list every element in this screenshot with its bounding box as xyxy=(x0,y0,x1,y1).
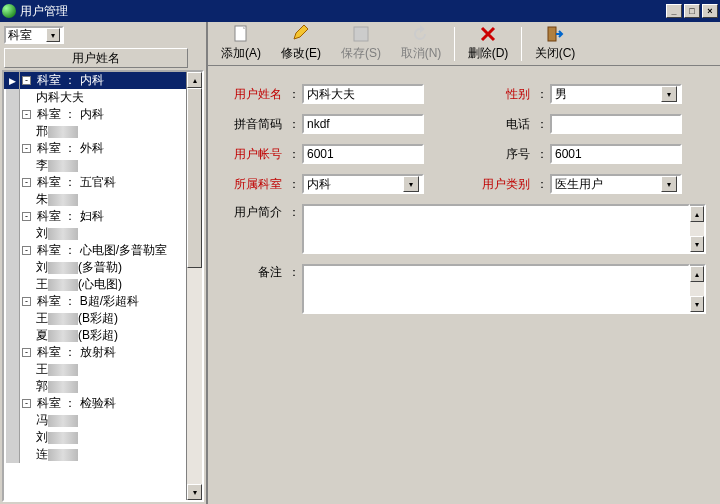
row-label: 王 xyxy=(22,361,48,378)
account-field[interactable] xyxy=(302,144,424,164)
redacted-text xyxy=(48,415,78,427)
collapse-icon[interactable]: - xyxy=(22,212,31,221)
collapse-icon[interactable]: - xyxy=(22,399,31,408)
tree-group-row[interactable]: -科室 ： 妇科 xyxy=(4,208,186,225)
tree-item-row[interactable]: 连 xyxy=(4,446,186,463)
tree-item-row[interactable]: 内科大夫 xyxy=(4,89,186,106)
redacted-text xyxy=(48,449,78,461)
intro-textarea[interactable] xyxy=(302,204,690,254)
scroll-thumb[interactable] xyxy=(187,88,202,268)
redacted-text xyxy=(48,279,78,291)
tree-scrollbar[interactable]: ▴ ▾ xyxy=(186,72,202,500)
delete-button[interactable]: 删除(D) xyxy=(461,23,515,64)
row-label: 刘 xyxy=(22,259,48,276)
collapse-icon[interactable]: - xyxy=(22,76,31,85)
row-label: 科室 ： B超/彩超科 xyxy=(35,293,139,310)
tree-item-row[interactable]: 朱 xyxy=(4,191,186,208)
svg-rect-1 xyxy=(354,27,368,41)
row-label: 科室 ： 内科 xyxy=(35,106,104,123)
collapse-icon[interactable]: - xyxy=(22,348,31,357)
username-field[interactable] xyxy=(302,84,424,104)
redacted-text xyxy=(48,364,78,376)
tree-group-row[interactable]: -科室 ： 放射科 xyxy=(4,344,186,361)
pinyin-field[interactable] xyxy=(302,114,424,134)
row-label: 科室 ： 五官科 xyxy=(35,174,116,191)
tree-item-row[interactable]: 冯 xyxy=(4,412,186,429)
row-label: 科室 ： 外科 xyxy=(35,140,104,157)
tree-item-row[interactable]: 王(心电图) xyxy=(4,276,186,293)
usertype-dropdown[interactable]: 医生用户▾ xyxy=(550,174,682,194)
delete-x-icon xyxy=(479,25,497,43)
redacted-text xyxy=(48,194,78,206)
tree-item-row[interactable]: 李 xyxy=(4,157,186,174)
tree-item-row[interactable]: 刘 xyxy=(4,225,186,242)
intro-scrollbar[interactable]: ▴▾ xyxy=(690,204,706,254)
save-button: 保存(S) xyxy=(334,23,388,64)
tree-group-row[interactable]: -科室 ： 检验科 xyxy=(4,395,186,412)
label-usertype: 用户类别 xyxy=(470,176,530,193)
redacted-text xyxy=(48,126,78,138)
row-label: 科室 ： 检验科 xyxy=(35,395,116,412)
tree-item-row[interactable]: 王 xyxy=(4,361,186,378)
user-tree[interactable]: ▶-科室 ： 内科内科大夫-科室 ： 内科邢-科室 ： 外科李-科室 ： 五官科… xyxy=(4,72,186,500)
left-panel: 科室 ▾ 用户姓名 ▶-科室 ： 内科内科大夫-科室 ： 内科邢-科室 ： 外科… xyxy=(0,22,208,504)
label-phone: 电话 xyxy=(470,116,530,133)
row-label: 科室 ： 内科 xyxy=(35,72,104,89)
redacted-text xyxy=(48,228,78,240)
close-button[interactable]: × xyxy=(702,4,718,18)
redacted-text xyxy=(48,432,78,444)
edit-button[interactable]: 修改(E) xyxy=(274,23,328,64)
new-file-icon xyxy=(232,25,250,43)
remark-scrollbar[interactable]: ▴▾ xyxy=(690,264,706,314)
gender-dropdown[interactable]: 男▾ xyxy=(550,84,682,104)
dept-filter-label: 科室 xyxy=(8,27,32,44)
row-label: 王 xyxy=(22,310,48,327)
dept-dropdown[interactable]: 内科▾ xyxy=(302,174,424,194)
row-label: 科室 ： 放射科 xyxy=(35,344,116,361)
add-button[interactable]: 添加(A) xyxy=(214,23,268,64)
collapse-icon[interactable]: - xyxy=(22,110,31,119)
door-exit-icon xyxy=(546,25,564,43)
chevron-down-icon: ▾ xyxy=(661,86,677,102)
tree-item-row[interactable]: 郭 xyxy=(4,378,186,395)
title-bar: 用户管理 _ □ × xyxy=(0,0,720,22)
redacted-text xyxy=(48,262,78,274)
tree-item-row[interactable]: 邢 xyxy=(4,123,186,140)
window-title: 用户管理 xyxy=(20,3,68,20)
minimize-button[interactable]: _ xyxy=(666,4,682,18)
save-icon xyxy=(352,25,370,43)
tree-group-row[interactable]: ▶-科室 ： 内科 xyxy=(4,72,186,89)
scroll-down-icon[interactable]: ▾ xyxy=(187,484,202,500)
redacted-text xyxy=(48,381,78,393)
tree-group-row[interactable]: -科室 ： 外科 xyxy=(4,140,186,157)
phone-field[interactable] xyxy=(550,114,682,134)
maximize-button[interactable]: □ xyxy=(684,4,700,18)
tree-group-row[interactable]: -科室 ： 内科 xyxy=(4,106,186,123)
chevron-down-icon: ▾ xyxy=(403,176,419,192)
row-label: 科室 ： 心电图/多普勒室 xyxy=(35,242,167,259)
collapse-icon[interactable]: - xyxy=(22,246,31,255)
chevron-down-icon: ▾ xyxy=(661,176,677,192)
scroll-up-icon[interactable]: ▴ xyxy=(187,72,202,88)
toolbar: 添加(A) 修改(E) 保存(S) 取消(N) 删除(D) 关 xyxy=(208,22,720,66)
seq-field[interactable] xyxy=(550,144,682,164)
tree-group-row[interactable]: -科室 ： B超/彩超科 xyxy=(4,293,186,310)
tree-group-row[interactable]: -科室 ： 五官科 xyxy=(4,174,186,191)
right-panel: 添加(A) 修改(E) 保存(S) 取消(N) 删除(D) 关 xyxy=(208,22,720,504)
label-remark: 备注 xyxy=(222,264,282,281)
remark-textarea[interactable] xyxy=(302,264,690,314)
tree-item-row[interactable]: 刘 xyxy=(4,429,186,446)
collapse-icon[interactable]: - xyxy=(22,178,31,187)
svg-rect-2 xyxy=(548,27,556,41)
close-panel-button[interactable]: 关闭(C) xyxy=(528,23,582,64)
row-label: 李 xyxy=(22,157,48,174)
tree-item-row[interactable]: 夏(B彩超) xyxy=(4,327,186,344)
collapse-icon[interactable]: - xyxy=(22,144,31,153)
tree-item-row[interactable]: 刘(多普勒) xyxy=(4,259,186,276)
tree-item-row[interactable]: 王(B彩超) xyxy=(4,310,186,327)
row-label: 朱 xyxy=(22,191,48,208)
dept-filter-dropdown[interactable]: 科室 ▾ xyxy=(4,26,64,44)
collapse-icon[interactable]: - xyxy=(22,297,31,306)
row-label: 邢 xyxy=(22,123,48,140)
tree-group-row[interactable]: -科室 ： 心电图/多普勒室 xyxy=(4,242,186,259)
